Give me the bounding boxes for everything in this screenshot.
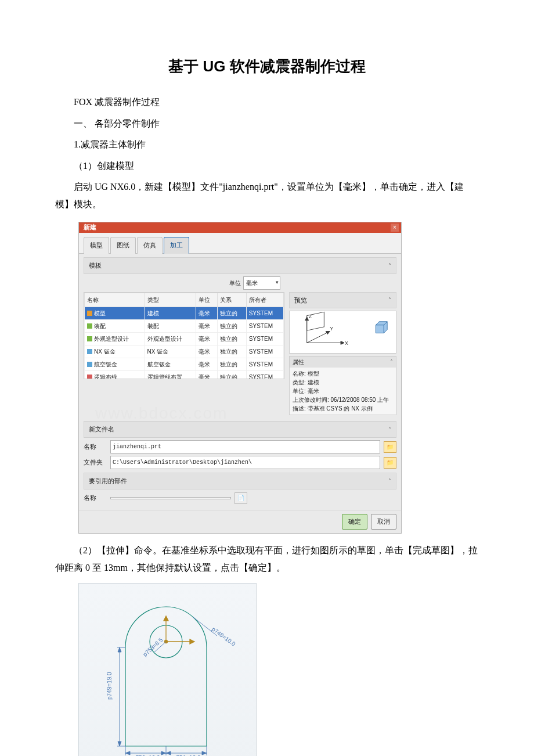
templates-table[interactable]: 名称 类型 单位 关系 所有者 模型建模毫米独立的SYSTEM装配装配毫米独立的… xyxy=(84,292,284,379)
svg-marker-12 xyxy=(164,616,168,621)
svg-text:Z: Z xyxy=(309,314,312,319)
name-label: 名称 xyxy=(84,441,107,453)
file-icon xyxy=(87,311,92,316)
ok-button[interactable]: 确定 xyxy=(342,514,367,530)
paragraph: 一、 各部分零件制作 xyxy=(55,115,479,132)
svg-marker-28 xyxy=(125,751,130,755)
svg-marker-14 xyxy=(190,639,194,644)
chevron-up-icon[interactable]: ˄ xyxy=(390,358,393,366)
col-rel[interactable]: 关系 xyxy=(217,293,246,307)
paragraph: （1）创建模型 xyxy=(55,157,479,175)
refname-label: 名称 xyxy=(84,492,107,504)
preview-header: 预览 ˄ xyxy=(289,292,396,309)
chevron-up-icon[interactable]: ˄ xyxy=(388,424,391,435)
dialog-title: 新建 xyxy=(81,221,387,233)
close-icon[interactable]: × xyxy=(391,224,399,232)
units-label: 单位 xyxy=(229,278,241,289)
section-templates: 模板 ˄ xyxy=(84,257,396,274)
properties-panel: 属性 ˄ 名称: 模型 类型: 建模 单位: 毫米 上次修改时间: 06/12/… xyxy=(289,356,396,415)
filename-input[interactable]: jianzhenqi.prt xyxy=(110,440,380,453)
sketch-image: p748=10.0 p753=8.5 p749=19.0 p750=10.0 p… xyxy=(78,583,257,756)
dim-height: p749=19.0 xyxy=(106,672,113,700)
file-icon xyxy=(87,336,92,341)
cancel-button[interactable]: 取消 xyxy=(371,514,396,530)
folder-label: 文件夹 xyxy=(84,456,107,469)
file-icon xyxy=(87,323,92,329)
browse-icon[interactable]: 📄 xyxy=(234,492,247,504)
col-unit[interactable]: 单位 xyxy=(196,293,217,307)
table-row[interactable]: 装配装配毫米独立的SYSTEM xyxy=(85,319,284,332)
browse-icon[interactable]: 📁 xyxy=(384,457,396,469)
dialog-titlebar: 新建 × xyxy=(79,222,401,233)
refname-input[interactable] xyxy=(110,497,231,499)
units-dropdown[interactable]: 毫米 xyxy=(243,276,280,290)
svg-text:Y: Y xyxy=(330,326,333,332)
table-row[interactable]: 模型建模毫米独立的SYSTEM xyxy=(85,307,284,319)
tab-simulation[interactable]: 仿真 xyxy=(137,237,163,254)
tab-machining[interactable]: 加工 xyxy=(164,237,189,254)
section-newfile: 新文件名 ˄ xyxy=(84,421,396,438)
folder-input[interactable]: C:\Users\Administrator\Desktop\jianzhen\ xyxy=(110,456,380,469)
col-type[interactable]: 类型 xyxy=(145,293,196,307)
col-name[interactable]: 名称 xyxy=(85,293,145,307)
document-page: 基于 UG 软件减震器制作过程 FOX 减震器制作过程 一、 各部分零件制作 1… xyxy=(0,0,534,756)
page-title: 基于 UG 软件减震器制作过程 xyxy=(55,52,479,81)
file-icon xyxy=(87,362,92,367)
dim-diameter: p753=8.5 xyxy=(142,636,164,658)
svg-marker-21 xyxy=(118,647,121,652)
dim-radius: p748=10.0 xyxy=(211,625,237,647)
table-row[interactable]: 逻辑布线逻辑管线布置毫米独立的SYSTEM xyxy=(85,370,284,379)
table-row[interactable]: 航空钣金航空钣金毫米独立的SYSTEM xyxy=(85,358,284,370)
svg-marker-31 xyxy=(202,751,207,755)
chevron-up-icon[interactable]: ˄ xyxy=(388,294,391,305)
dialog-tabs: 模型 图纸 仿真 加工 xyxy=(79,233,401,254)
tab-drawing[interactable]: 图纸 xyxy=(110,237,136,254)
file-icon xyxy=(87,375,92,379)
table-row[interactable]: 外观造型设计外观造型设计毫米独立的SYSTEM xyxy=(85,332,284,345)
new-file-dialog: 新建 × 模型 图纸 仿真 加工 模板 ˄ 单位 毫米 xyxy=(78,222,402,534)
svg-marker-4 xyxy=(341,341,344,345)
preview-pane: Z X Y xyxy=(289,311,396,354)
section-refpart: 要引用的部件 ˄ xyxy=(84,473,396,489)
svg-marker-22 xyxy=(118,741,121,746)
tab-model[interactable]: 模型 xyxy=(84,237,109,254)
file-icon xyxy=(87,349,92,354)
svg-marker-5 xyxy=(326,332,330,334)
svg-text:X: X xyxy=(345,341,348,347)
table-row[interactable]: NX 钣金NX 钣金毫米独立的SYSTEM xyxy=(85,345,284,358)
browse-icon[interactable]: 📁 xyxy=(384,441,396,453)
svg-line-2 xyxy=(307,332,330,343)
col-owner[interactable]: 所有者 xyxy=(246,293,283,307)
chevron-up-icon[interactable]: ˄ xyxy=(388,260,391,271)
paragraph: 启动 UG NX6.0，新建【模型】文件"jianzhenqi.prt"，设置单… xyxy=(55,178,479,214)
section-label: 要引用的部件 xyxy=(89,475,127,487)
paragraph: （2）【拉伸】命令。在基准坐标系中选取现有平面，进行如图所示的草图，单击【完成草… xyxy=(55,542,479,577)
section-label: 模板 xyxy=(89,260,102,272)
props-header: 属性 xyxy=(293,358,304,366)
paragraph: 1.减震器主体制作 xyxy=(55,136,479,153)
preview-label: 预览 xyxy=(294,294,307,307)
svg-marker-30 xyxy=(166,751,171,755)
section-label: 新文件名 xyxy=(89,423,114,435)
chevron-up-icon[interactable]: ˄ xyxy=(388,476,391,487)
paragraph: FOX 减震器制作过程 xyxy=(55,93,479,111)
